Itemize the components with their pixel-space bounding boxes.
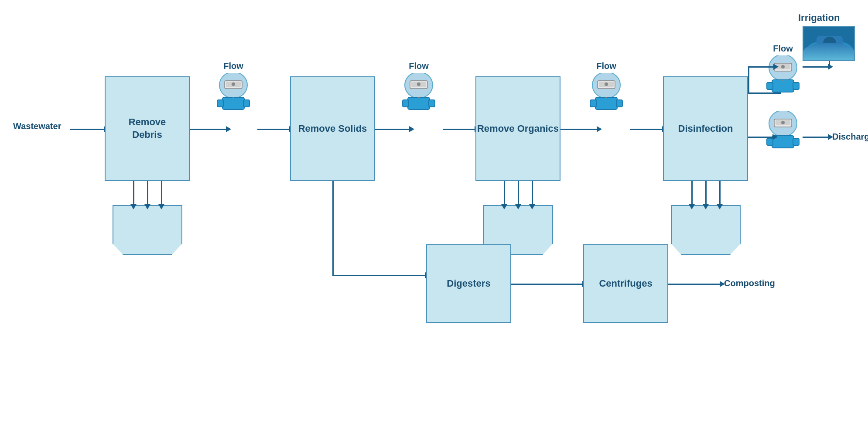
arrow-debris-bin-2 (147, 181, 148, 205)
svg-rect-6 (243, 100, 249, 107)
arrow-debris-bin-1 (133, 181, 134, 205)
arrow-flow2-organics (443, 129, 475, 130)
remove-debris-box: Remove Debris (105, 76, 190, 181)
arrow-solids-flow2 (375, 129, 410, 130)
svg-rect-14 (429, 100, 435, 107)
arrow-organics-bin-1 (504, 181, 505, 205)
arrow-organics-bin-3 (532, 181, 533, 205)
svg-rect-12 (408, 97, 430, 110)
svg-rect-4 (222, 97, 244, 110)
flow-meter-1-icon (214, 73, 253, 114)
remove-organics-box: Remove Organics (475, 76, 560, 181)
svg-point-32 (781, 65, 785, 68)
svg-rect-5 (217, 100, 223, 107)
organics-waste-bin (483, 205, 553, 244)
irrigation-label: Irrigation (798, 12, 840, 24)
flow-meter-irrigation-icon (763, 55, 803, 97)
wastewater-label: Wastewater (13, 121, 61, 131)
svg-rect-35 (793, 82, 799, 89)
flow-meter-discharge-icon (763, 111, 803, 153)
irrigation-image (803, 26, 855, 61)
discharge-label: Discharge (832, 132, 868, 142)
debris-waste-bin (113, 205, 182, 244)
arrow-centrifuges-composting (668, 284, 721, 285)
arrow-disinfection-top-h (748, 92, 781, 94)
svg-rect-22 (616, 100, 622, 107)
svg-rect-34 (767, 82, 773, 89)
arrow-disinfection-discharge-flow (748, 137, 773, 138)
arrow-flow-irrigation (803, 66, 829, 68)
arrow-flow1-solids (257, 129, 290, 130)
arrow-to-digesters (332, 275, 426, 276)
svg-rect-13 (403, 100, 409, 107)
digesters-box: Digesters (426, 244, 511, 323)
arrow-organics-flow3 (560, 129, 598, 130)
svg-point-11 (417, 82, 420, 86)
centrifuges-box: Centrifuges (583, 244, 668, 323)
arrow-organics-bin-2 (518, 181, 519, 205)
svg-rect-21 (590, 100, 596, 107)
diagram: Wastewater Remove Debris Flow (0, 0, 868, 421)
arrow-discharge-flow-label (803, 137, 829, 138)
remove-solids-box: Remove Solids (290, 76, 375, 181)
arrow-flow3-disinfection (630, 129, 663, 130)
arrow-debris-bin-3 (161, 181, 162, 205)
flow-meter-2: Flow (399, 61, 438, 114)
flow-meter-3-icon (587, 73, 626, 114)
arrow-solids-down (332, 181, 334, 275)
svg-point-19 (605, 82, 608, 86)
svg-rect-42 (767, 138, 773, 145)
disinfection-waste-bin (671, 205, 741, 244)
svg-point-40 (781, 121, 785, 124)
flow-meter-irrigation: Flow (763, 44, 803, 97)
arrow-disinfection-bin-2 (705, 181, 707, 205)
arrow-disinfection-bin-3 (719, 181, 721, 205)
flow-meter-1: Flow (214, 61, 253, 114)
svg-rect-28 (803, 53, 855, 61)
composting-label: Composting (724, 278, 775, 288)
disinfection-box: Disinfection (663, 76, 748, 181)
arrow-v-irrigation (829, 61, 830, 66)
svg-rect-33 (772, 80, 794, 92)
svg-point-25 (806, 40, 854, 61)
flow-meter-discharge (763, 111, 803, 153)
flow-meter-3: Flow (587, 61, 626, 114)
flow-meter-2-icon (399, 73, 438, 114)
svg-point-27 (823, 37, 836, 50)
arrow-to-irrigation-flow (748, 66, 774, 68)
arrow-digesters-centrifuges (511, 284, 583, 285)
arrow-disinfection-top-v (748, 66, 749, 92)
arrow-debris-flow1 (190, 129, 227, 130)
arrow-disinfection-bin-1 (691, 181, 693, 205)
arrow-wastewater-debris (70, 129, 105, 130)
svg-rect-20 (595, 97, 617, 110)
svg-rect-43 (793, 138, 799, 145)
svg-point-3 (232, 82, 235, 86)
